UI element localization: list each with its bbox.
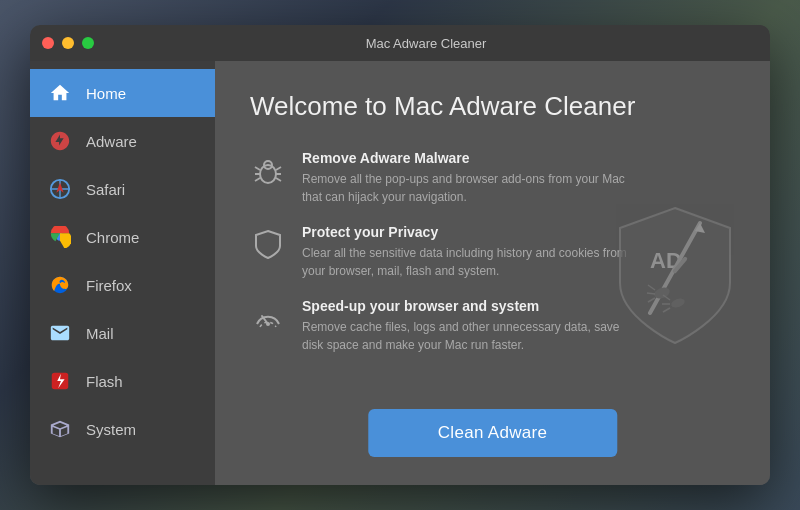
main-area: Home Adware <box>30 61 770 485</box>
clean-button-container: Clean Adware <box>368 409 617 457</box>
svg-line-21 <box>255 167 260 170</box>
close-button[interactable] <box>42 37 54 49</box>
feature-remove-adware-text: Remove Adware Malware Remove all the pop… <box>302 150 642 206</box>
feature-protect-privacy-desc: Clear all the sensitive data including h… <box>302 244 642 280</box>
sidebar-item-safari[interactable]: Safari <box>30 165 215 213</box>
adware-icon <box>46 127 74 155</box>
bug-icon <box>250 152 286 188</box>
feature-speed-up-title: Speed-up your browser and system <box>302 298 642 314</box>
welcome-title: Welcome to Mac Adware Cleaner <box>250 91 735 122</box>
sidebar-item-home[interactable]: Home <box>30 69 215 117</box>
feature-protect-privacy-title: Protect your Privacy <box>302 224 642 240</box>
feature-speed-up-text: Speed-up your browser and system Remove … <box>302 298 642 354</box>
maximize-button[interactable] <box>82 37 94 49</box>
sidebar-item-home-label: Home <box>86 85 126 102</box>
sidebar-item-adware[interactable]: Adware <box>30 117 215 165</box>
sidebar-item-chrome[interactable]: Chrome <box>30 213 215 261</box>
sidebar-item-system[interactable]: System <box>30 405 215 453</box>
svg-point-28 <box>266 322 270 326</box>
sidebar-item-safari-label: Safari <box>86 181 125 198</box>
system-icon <box>46 415 74 443</box>
title-bar: Mac Adware Cleaner <box>30 25 770 61</box>
sidebar-item-firefox-label: Firefox <box>86 277 132 294</box>
shield-icon <box>250 226 286 262</box>
feature-protect-privacy-text: Protect your Privacy Clear all the sensi… <box>302 224 642 280</box>
sidebar-item-mail[interactable]: Mail <box>30 309 215 357</box>
mail-icon <box>46 319 74 347</box>
svg-point-19 <box>260 165 276 183</box>
clean-adware-button[interactable]: Clean Adware <box>368 409 617 457</box>
svg-line-23 <box>255 178 260 181</box>
feature-remove-adware-title: Remove Adware Malware <box>302 150 642 166</box>
sidebar-item-system-label: System <box>86 421 136 438</box>
svg-line-26 <box>276 178 281 181</box>
main-window: Mac Adware Cleaner Home Adware <box>30 25 770 485</box>
sidebar-item-mail-label: Mail <box>86 325 114 342</box>
window-title: Mac Adware Cleaner <box>94 36 758 51</box>
flash-icon <box>46 367 74 395</box>
safari-icon <box>46 175 74 203</box>
feature-remove-adware-desc: Remove all the pop-ups and browser add-o… <box>302 170 642 206</box>
window-controls <box>42 37 94 49</box>
shield-decoration: AD <box>610 203 740 343</box>
firefox-icon <box>46 271 74 299</box>
sidebar-item-firefox[interactable]: Firefox <box>30 261 215 309</box>
svg-line-14 <box>647 293 655 294</box>
home-icon <box>46 79 74 107</box>
feature-speed-up-desc: Remove cache files, logs and other unnec… <box>302 318 642 354</box>
speedometer-icon <box>250 300 286 336</box>
content-area: Welcome to Mac Adware Cleaner AD <box>215 61 770 485</box>
chrome-icon <box>46 223 74 251</box>
sidebar-item-flash-label: Flash <box>86 373 123 390</box>
sidebar-item-adware-label: Adware <box>86 133 137 150</box>
minimize-button[interactable] <box>62 37 74 49</box>
feature-remove-adware: Remove Adware Malware Remove all the pop… <box>250 150 735 206</box>
sidebar-item-chrome-label: Chrome <box>86 229 139 246</box>
svg-line-24 <box>276 167 281 170</box>
sidebar: Home Adware <box>30 61 215 485</box>
sidebar-item-flash[interactable]: Flash <box>30 357 215 405</box>
